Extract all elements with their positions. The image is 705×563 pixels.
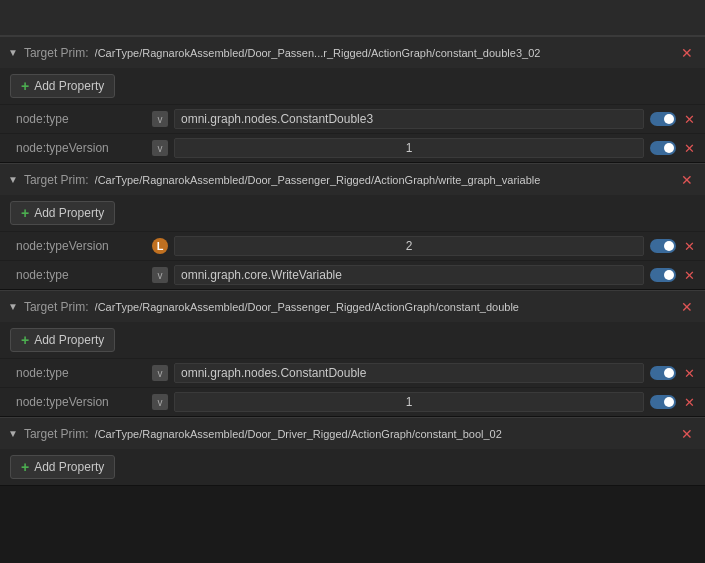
property-row: node:typev✕ xyxy=(0,260,705,289)
remove-property-button[interactable]: ✕ xyxy=(682,240,697,253)
remove-prim-button[interactable]: ✕ xyxy=(677,173,697,187)
add-property-row-2: +Add Property xyxy=(0,195,705,231)
collapse-arrow-icon[interactable]: ▼ xyxy=(8,301,18,312)
add-property-label: Add Property xyxy=(34,206,104,220)
target-prim-label: Target Prim: xyxy=(24,173,89,187)
add-property-row-4: +Add Property xyxy=(0,449,705,485)
collapse-arrow-icon[interactable]: ▼ xyxy=(8,47,18,58)
property-name: node:type xyxy=(16,366,146,380)
property-value-input[interactable] xyxy=(174,109,644,129)
target-prim-label: Target Prim: xyxy=(24,46,89,60)
remove-property-button[interactable]: ✕ xyxy=(682,396,697,409)
remove-property-button[interactable]: ✕ xyxy=(682,269,697,282)
property-toggle[interactable] xyxy=(650,141,676,155)
property-value-input[interactable] xyxy=(174,138,644,158)
remove-prim-button[interactable]: ✕ xyxy=(677,427,697,441)
target-prim-label: Target Prim: xyxy=(24,300,89,314)
property-row: node:typev✕ xyxy=(0,104,705,133)
prim-header-4: ▼Target Prim:/CarType/RagnarokAssembled/… xyxy=(0,417,705,449)
add-property-plus-icon: + xyxy=(21,459,29,475)
add-property-button[interactable]: +Add Property xyxy=(10,201,115,225)
property-toggle[interactable] xyxy=(650,395,676,409)
add-property-button[interactable]: +Add Property xyxy=(10,74,115,98)
property-row: node:typeVersionL✕ xyxy=(0,231,705,260)
add-property-row-3: +Add Property xyxy=(0,322,705,358)
property-row: node:typeVersionv✕ xyxy=(0,387,705,416)
collapse-arrow-icon[interactable]: ▼ xyxy=(8,174,18,185)
prim-section-4: ▼Target Prim:/CarType/RagnarokAssembled/… xyxy=(0,417,705,486)
sections-container: ▼Target Prim:/CarType/RagnarokAssembled/… xyxy=(0,36,705,486)
property-name: node:typeVersion xyxy=(16,239,146,253)
add-property-plus-icon: + xyxy=(21,78,29,94)
v-badge[interactable]: v xyxy=(152,267,168,283)
prim-header-3: ▼Target Prim:/CarType/RagnarokAssembled/… xyxy=(0,290,705,322)
property-value-input[interactable] xyxy=(174,392,644,412)
prim-header-1: ▼Target Prim:/CarType/RagnarokAssembled/… xyxy=(0,36,705,68)
v-badge[interactable]: v xyxy=(152,140,168,156)
v-badge[interactable]: v xyxy=(152,365,168,381)
property-toggle[interactable] xyxy=(650,112,676,126)
property-name: node:typeVersion xyxy=(16,395,146,409)
v-badge[interactable]: v xyxy=(152,111,168,127)
property-row: node:typeVersionv✕ xyxy=(0,133,705,162)
prim-path: /CarType/RagnarokAssembled/Door_Passen..… xyxy=(95,47,671,59)
v-badge[interactable]: v xyxy=(152,394,168,410)
prim-path: /CarType/RagnarokAssembled/Door_Driver_R… xyxy=(95,428,671,440)
property-value-input[interactable] xyxy=(174,363,644,383)
add-property-plus-icon: + xyxy=(21,205,29,221)
property-toggle[interactable] xyxy=(650,366,676,380)
prim-header-2: ▼Target Prim:/CarType/RagnarokAssembled/… xyxy=(0,163,705,195)
prim-section-2: ▼Target Prim:/CarType/RagnarokAssembled/… xyxy=(0,163,705,290)
target-prim-label: Target Prim: xyxy=(24,427,89,441)
override-badge[interactable]: L xyxy=(152,238,168,254)
add-property-label: Add Property xyxy=(34,460,104,474)
property-name: node:type xyxy=(16,268,146,282)
add-property-button[interactable]: +Add Property xyxy=(10,328,115,352)
property-name: node:type xyxy=(16,112,146,126)
add-property-plus-icon: + xyxy=(21,332,29,348)
property-toggle[interactable] xyxy=(650,239,676,253)
collapse-arrow-icon[interactable]: ▼ xyxy=(8,428,18,439)
prim-section-3: ▼Target Prim:/CarType/RagnarokAssembled/… xyxy=(0,290,705,417)
prim-section-1: ▼Target Prim:/CarType/RagnarokAssembled/… xyxy=(0,36,705,163)
remove-prim-button[interactable]: ✕ xyxy=(677,46,697,60)
add-property-label: Add Property xyxy=(34,333,104,347)
property-name: node:typeVersion xyxy=(16,141,146,155)
remove-property-button[interactable]: ✕ xyxy=(682,142,697,155)
property-toggle[interactable] xyxy=(650,268,676,282)
property-row: node:typev✕ xyxy=(0,358,705,387)
remove-property-button[interactable]: ✕ xyxy=(682,367,697,380)
remove-prim-button[interactable]: ✕ xyxy=(677,300,697,314)
property-value-input[interactable] xyxy=(174,236,644,256)
prim-path: /CarType/RagnarokAssembled/Door_Passenge… xyxy=(95,174,671,186)
top-bar xyxy=(0,0,705,36)
property-value-input[interactable] xyxy=(174,265,644,285)
add-property-button[interactable]: +Add Property xyxy=(10,455,115,479)
add-property-label: Add Property xyxy=(34,79,104,93)
remove-property-button[interactable]: ✕ xyxy=(682,113,697,126)
prim-path: /CarType/RagnarokAssembled/Door_Passenge… xyxy=(95,301,671,313)
add-property-row-1: +Add Property xyxy=(0,68,705,104)
